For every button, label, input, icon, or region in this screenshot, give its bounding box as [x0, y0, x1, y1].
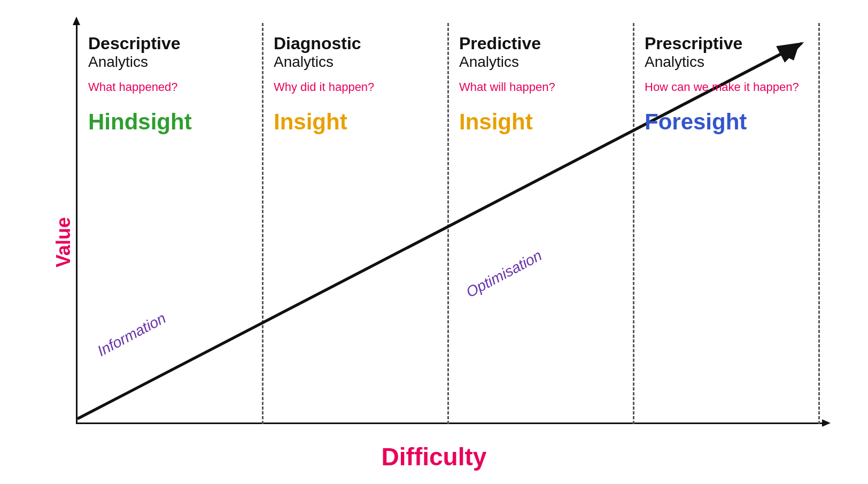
prescriptive-title-bold: Prescriptive	[645, 34, 808, 53]
col-predictive: Predictive Analytics What will happen? I…	[448, 23, 633, 145]
diagnostic-title-bold: Diagnostic	[274, 34, 437, 53]
descriptive-title-light: Analytics	[88, 53, 251, 71]
descriptive-title-bold: Descriptive	[88, 34, 251, 53]
diagnostic-question: Why did it happen?	[274, 80, 437, 94]
predictive-title-light: Analytics	[459, 53, 622, 71]
prescriptive-question: How can we make it happen?	[645, 80, 808, 94]
diagnostic-insight: Insight	[274, 109, 437, 135]
col-prescriptive: Prescriptive Analytics How can we make i…	[634, 23, 818, 145]
predictive-title-bold: Predictive	[459, 34, 622, 53]
y-axis-label: Value	[52, 217, 75, 267]
descriptive-insight: Hindsight	[88, 109, 251, 135]
col-diagnostic: Diagnostic Analytics Why did it happen? …	[263, 23, 447, 145]
prescriptive-insight: Foresight	[645, 109, 808, 135]
x-axis-label: Difficulty	[382, 442, 487, 471]
x-axis	[76, 422, 824, 424]
chart-container: Value Difficulty Information Optimisatio…	[33, 12, 835, 472]
col-descriptive: Descriptive Analytics What happened? Hin…	[78, 23, 262, 145]
diagnostic-title-light: Analytics	[274, 53, 437, 71]
predictive-question: What will happen?	[459, 80, 622, 94]
descriptive-question: What happened?	[88, 80, 251, 94]
prescriptive-title-light: Analytics	[645, 53, 808, 71]
predictive-insight: Insight	[459, 109, 622, 135]
